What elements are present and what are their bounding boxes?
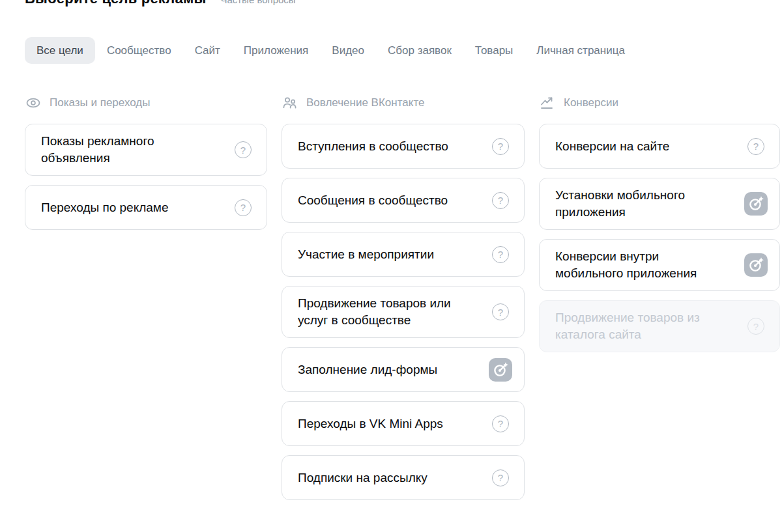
help-icon[interactable]: ? [747,138,764,155]
goal-card[interactable]: Вступления в сообщество ? [282,124,525,169]
help-icon[interactable]: ? [492,415,509,432]
goal-category-tab-8[interactable]: Личная страница [525,37,637,64]
goal-column-header: Показы и переходы [25,95,267,111]
goal-card-label: Переходы по рекламе [41,199,168,216]
help-icon[interactable]: ? [492,246,509,263]
goal-card[interactable]: Сообщения в сообщество ? [282,178,525,223]
goal-column: Вовлечение ВКонтакте Вступления в сообще… [282,95,525,500]
goal-card-label: Сообщения в сообщество [298,192,448,209]
page-header: Выберите цель рекламы Частые вопросы [25,0,782,7]
goal-category-tab-4[interactable]: Приложения [232,37,320,64]
goal-card-list: Вступления в сообщество ? Сообщения в со… [282,124,525,500]
goal-card[interactable]: Подписки на рассылку ? [282,455,525,500]
goal-columns: Показы и переходы Показы рекламного объя… [25,95,780,500]
goal-card-label: Показы рекламного объявления [41,133,203,167]
goal-card[interactable]: Установки мобильного приложения [539,178,780,230]
goal-card-label: Конверсии внутри мобильного приложения [555,248,717,282]
goal-column-title: Показы и переходы [50,96,150,109]
goal-card-label: Продвижение товаров из каталога сайта [555,309,717,343]
goal-card[interactable]: Конверсии на сайте ? [539,124,780,169]
goal-column: Конверсии Конверсии на сайте ? Установки… [539,95,780,500]
goal-column-header: Вовлечение ВКонтакте [282,95,525,111]
goal-card: Продвижение товаров из каталога сайта ? [539,300,780,352]
goal-column-title: Конверсии [564,96,618,109]
target-icon [489,358,512,382]
goal-card-label: Участие в мероприятии [298,246,434,263]
target-icon [744,253,768,277]
goal-card-label: Продвижение товаров или услуг в сообщест… [298,295,459,329]
goal-category-tab-5[interactable]: Видео [320,37,376,64]
goal-column-header: Конверсии [539,95,780,111]
goal-category-tab-1[interactable]: Все цели [25,37,95,64]
help-icon[interactable]: ? [492,303,509,320]
help-icon[interactable]: ? [492,469,509,486]
help-icon[interactable]: ? [235,141,252,158]
goal-card-label: Вступления в сообщество [298,138,448,155]
goal-card[interactable]: Конверсии внутри мобильного приложения [539,239,780,291]
help-icon: ? [747,318,764,335]
goal-card[interactable]: Продвижение товаров или услуг в сообщест… [282,286,525,338]
goal-card[interactable]: Заполнение лид-формы [282,347,525,392]
goal-card-list: Конверсии на сайте ? Установки мобильног… [539,124,780,352]
header-help-link[interactable]: Частые вопросы [220,0,295,7]
goal-column-title: Вовлечение ВКонтакте [306,96,424,109]
target-icon [744,192,768,216]
goal-category-tab-3[interactable]: Сайт [183,37,232,64]
goal-category-tab-6[interactable]: Сбор заявок [376,37,463,64]
goal-card-label: Переходы в VK Mini Apps [298,415,443,432]
goal-category-tab-2[interactable]: Сообщество [95,37,183,64]
goal-card-label: Конверсии на сайте [555,138,669,155]
goal-card-list: Показы рекламного объявления ? Переходы … [25,124,267,230]
page-title: Выберите цель рекламы [25,0,206,7]
eye-icon [25,94,42,111]
goal-card[interactable]: Участие в мероприятии ? [282,232,525,277]
trending-up-icon [539,94,556,111]
help-icon[interactable]: ? [492,192,509,209]
goal-column: Показы и переходы Показы рекламного объя… [25,95,267,500]
help-icon[interactable]: ? [492,138,509,155]
users-icon [282,94,298,111]
goal-card[interactable]: Переходы в VK Mini Apps ? [282,401,525,446]
goal-card[interactable]: Переходы по рекламе ? [25,185,267,230]
ad-goal-selection-page: Выберите цель рекламы Частые вопросы Все… [0,0,782,532]
goal-card[interactable]: Показы рекламного объявления ? [25,124,267,176]
goal-category-tab-7[interactable]: Товары [463,37,525,64]
goal-category-tabs: Все целиСообществоСайтПриложенияВидеоСбо… [25,37,637,64]
help-icon[interactable]: ? [235,199,252,216]
goal-card-label: Заполнение лид-формы [298,361,437,378]
goal-card-label: Подписки на рассылку [298,469,427,486]
goal-card-label: Установки мобильного приложения [555,187,717,221]
